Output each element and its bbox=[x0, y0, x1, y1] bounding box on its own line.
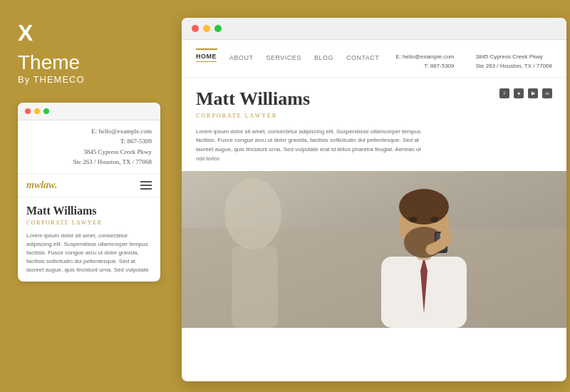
svg-point-10 bbox=[409, 217, 418, 222]
mobile-dot-yellow bbox=[34, 108, 40, 114]
desktop-preview: HOME ABOUT SERVICES BLOG CONTACT E: hell… bbox=[182, 18, 566, 381]
desktop-logo-bar bbox=[196, 48, 217, 50]
mobile-logo: mwlaw. bbox=[26, 180, 57, 191]
nav-services[interactable]: SERVICES bbox=[266, 54, 301, 61]
mobile-body-text: Lorem ipsum dolor sit amet, consectetur … bbox=[26, 232, 152, 274]
hamburger-line-3 bbox=[140, 188, 152, 190]
mobile-hero-role: CORPORATE LAWYER bbox=[26, 220, 152, 226]
desktop-nav: HOME ABOUT SERVICES BLOG CONTACT bbox=[196, 53, 379, 68]
desktop-hero-name: Matt Williams bbox=[196, 88, 499, 110]
mobile-email: E: hello@example.com bbox=[26, 126, 152, 136]
mobile-preview-card: E: hello@example.com T: 867-5309 3845 Cy… bbox=[18, 103, 160, 282]
mobile-address-city: Ste 263 / Houston, TX / 77068 bbox=[26, 157, 152, 167]
mobile-hero-name: Matt Williams bbox=[26, 205, 152, 217]
desktop-top-bar bbox=[182, 18, 566, 40]
svg-point-9 bbox=[399, 189, 449, 225]
facebook-icon[interactable]: f bbox=[499, 88, 509, 98]
desktop-contact-info: E: hello@example.com T: 867-5309 bbox=[395, 53, 454, 71]
nav-blog[interactable]: BLOG bbox=[314, 54, 333, 61]
desktop-hero-role: CORPORATE LAWYER bbox=[196, 113, 499, 119]
desktop-photo-section bbox=[182, 171, 566, 328]
mobile-top-bar bbox=[18, 103, 160, 120]
mobile-address-street: 3845 Cypress Creek Pkwy bbox=[26, 147, 152, 157]
desktop-contact-section: E: hello@example.com T: 867-5309 3845 Cy… bbox=[395, 53, 552, 71]
mobile-nav-bar: mwlaw. bbox=[18, 174, 160, 197]
desktop-hero-text: Lorem ipsum dolor sit amet, consectetur … bbox=[196, 128, 424, 164]
desktop-header: HOME ABOUT SERVICES BLOG CONTACT E: hell… bbox=[182, 40, 566, 78]
sidebar-logo-area: X bbox=[18, 21, 153, 44]
desktop-email: E: hello@example.com bbox=[395, 53, 454, 62]
desktop-hero: Matt Williams CORPORATE LAWYER Lorem ips… bbox=[182, 78, 566, 171]
desktop-header-inner: HOME ABOUT SERVICES BLOG CONTACT E: hell… bbox=[196, 53, 552, 71]
mobile-contact-bar: E: hello@example.com T: 867-5309 3845 Cy… bbox=[18, 120, 160, 174]
youtube-icon[interactable]: ▶ bbox=[528, 88, 538, 98]
svg-point-2 bbox=[224, 178, 281, 249]
nav-contact[interactable]: CONTACT bbox=[346, 54, 379, 61]
hamburger-line-2 bbox=[140, 185, 152, 186]
nav-home[interactable]: HOME bbox=[196, 53, 217, 62]
desktop-dot-red bbox=[192, 25, 199, 32]
desktop-hero-content: Matt Williams CORPORATE LAWYER Lorem ips… bbox=[196, 88, 499, 164]
mobile-phone: T: 867-5309 bbox=[26, 136, 152, 146]
desktop-address-line2: Ste 263 / Houston, TX / 77068 bbox=[476, 62, 552, 71]
desktop-dot-yellow bbox=[203, 25, 210, 32]
svg-rect-3 bbox=[232, 246, 278, 328]
desktop-address-line1: 3845 Cypress Creek Pkwy bbox=[476, 53, 552, 62]
mobile-content: Matt Williams CORPORATE LAWYER Lorem ips… bbox=[18, 197, 160, 282]
logo-x-icon: X bbox=[18, 21, 33, 44]
sidebar-by-label: By THEMECO bbox=[18, 74, 153, 85]
hero-image-svg bbox=[182, 171, 566, 328]
hamburger-menu-icon[interactable] bbox=[140, 181, 152, 190]
mobile-dot-red bbox=[25, 108, 31, 114]
sidebar: X Theme By THEMECO E: hello@example.com … bbox=[0, 0, 171, 392]
camera-icon[interactable]: ● bbox=[514, 88, 524, 98]
mobile-dot-green bbox=[43, 108, 49, 114]
desktop-phone: T: 867-5309 bbox=[395, 62, 454, 71]
desktop-address: 3845 Cypress Creek Pkwy Ste 263 / Housto… bbox=[476, 53, 552, 71]
sidebar-theme-title: Theme bbox=[18, 51, 153, 74]
linkedin-icon[interactable]: in bbox=[542, 88, 552, 98]
svg-point-11 bbox=[430, 217, 439, 222]
nav-about[interactable]: ABOUT bbox=[229, 54, 254, 61]
social-icons: f ● ▶ in bbox=[499, 88, 552, 98]
desktop-dot-green bbox=[214, 25, 222, 32]
hamburger-line-1 bbox=[140, 181, 152, 182]
